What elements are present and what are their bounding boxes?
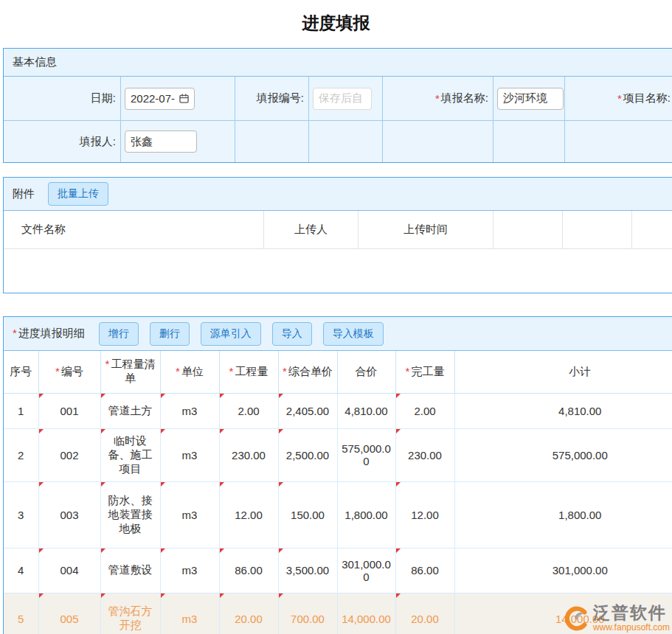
detail-title: 进度填报明细 [13,327,85,341]
report-no-input[interactable]: 保存后自 [313,88,372,110]
basic-info-section: 基本信息 日期: 2022-07- 填报编号: 保存后自 填报名称: 沙河环境 [3,48,672,163]
calendar-icon[interactable] [179,94,189,103]
empty-cell [383,121,493,162]
code-cell[interactable]: 004 [38,548,100,593]
seq-cell: 3 [4,481,38,548]
item-cell[interactable]: 管道土方 [100,393,160,428]
detail-row-2: 2 002 临时设备、施工项目 m3 230.00 2,500.00 575,0… [4,428,672,481]
total-cell: 4,810.00 [337,393,395,428]
progress-report-page: 进度填报 基本信息 日期: 2022-07- 填报编号: 保存后自 填报名称: [0,0,672,634]
col-unit-price: 综合单价 [278,351,337,393]
report-name-cell: 沙河环境 [493,77,565,121]
col-empty-1 [493,211,563,248]
col-total: 合价 [337,351,395,393]
col-file-name: 文件名称 [4,211,264,248]
seq-cell: 2 [4,428,38,481]
unit-cell[interactable]: m3 [160,393,219,428]
delete-row-button[interactable]: 删行 [150,322,190,346]
report-name-input[interactable]: 沙河环境 [497,88,564,110]
total-cell: 301,000.00 [337,548,395,593]
unit-cell[interactable]: m3 [160,548,219,593]
basic-info-header: 基本信息 [4,49,672,77]
subtotal-cell: 4,810.00 [454,393,672,428]
batch-upload-button[interactable]: 批量上传 [48,182,108,206]
filler-cell: 张鑫 [121,121,235,162]
detail-table-header-row: 序号 编号 工程量清单 单位 工程量 综合单价 合价 完工量 小计 [4,351,672,393]
completed-cell[interactable]: 2.00 [395,393,454,428]
watermark-url: www.fanpusoft.com [593,623,670,633]
quantity-cell[interactable]: 86.00 [219,548,278,593]
date-input[interactable]: 2022-07- [125,88,195,110]
unit-price-cell[interactable]: 3,500.00 [278,548,337,593]
watermark-text: 泛普软件 www.fanpusoft.com [593,604,670,633]
page-title: 进度填报 [0,0,672,48]
quantity-cell[interactable]: 12.00 [219,481,278,548]
quantity-cell[interactable]: 2.00 [219,393,278,428]
item-cell[interactable]: 防水、接地装置接地极 [100,481,160,548]
col-item: 工程量清单 [100,351,160,393]
empty-cell [235,121,309,162]
col-unit: 单位 [160,351,219,393]
completed-cell[interactable]: 12.00 [395,481,454,548]
detail-header: 进度填报明细 增行 删行 源单引入 导入 导入模板 [4,317,672,351]
detail-row-3: 3 003 防水、接地装置接地极 m3 12.00 150.00 1,800.0… [4,481,672,548]
unit-price-cell[interactable]: 2,405.00 [278,393,337,428]
completed-cell[interactable]: 20.00 [395,593,454,634]
unit-price-cell[interactable]: 150.00 [278,481,337,548]
detail-section: 进度填报明细 增行 删行 源单引入 导入 导入模板 序号 编号 工程量清单 单位… [3,316,672,634]
col-seq: 序号 [4,351,38,393]
item-cell[interactable]: 管沟石方开挖 [100,593,160,634]
filler-label: 填报人: [4,121,121,162]
item-cell[interactable]: 临时设备、施工项目 [100,428,160,481]
watermark-brand: 泛普软件 [593,604,670,621]
attachments-section: 附件 批量上传 文件名称 上传人 上传时间 [3,177,672,293]
unit-cell[interactable]: m3 [160,481,219,548]
subtotal-cell: 575,000.00 [454,428,672,481]
unit-price-cell[interactable]: 700.00 [278,593,337,634]
project-name-label: 项目名称: [565,77,672,121]
report-name-label: 填报名称: [383,77,493,121]
col-completed: 完工量 [395,351,454,393]
source-import-button[interactable]: 源单引入 [201,322,261,346]
seq-cell: 1 [4,393,38,428]
import-button[interactable]: 导入 [272,322,312,346]
quantity-cell[interactable]: 20.00 [219,593,278,634]
report-no-label: 填报编号: [235,77,309,121]
col-code: 编号 [38,351,100,393]
detail-table: 序号 编号 工程量清单 单位 工程量 综合单价 合价 完工量 小计 1 001 … [4,351,672,634]
unit-cell[interactable]: m3 [160,428,219,481]
import-template-button[interactable]: 导入模板 [323,322,384,346]
unit-cell[interactable]: m3 [160,593,219,634]
item-cell[interactable]: 管道敷设 [100,548,160,593]
col-subtotal: 小计 [454,351,672,393]
total-cell: 1,800.00 [337,481,395,548]
subtotal-cell: 301,000.00 [454,548,672,593]
attachments-table-header: 文件名称 上传人 上传时间 [4,211,672,249]
code-cell[interactable]: 001 [38,393,100,428]
unit-price-cell[interactable]: 2,500.00 [278,428,337,481]
empty-cell [565,121,672,162]
basic-info-grid: 日期: 2022-07- 填报编号: 保存后自 填报名称: 沙河环境 项目名称:… [4,77,672,162]
col-empty-3 [632,211,672,248]
code-cell[interactable]: 003 [38,481,100,548]
code-cell[interactable]: 005 [38,593,100,634]
date-label: 日期: [4,77,121,121]
quantity-cell[interactable]: 230.00 [219,428,278,481]
total-cell: 575,000.00 [337,428,395,481]
seq-cell: 5 [4,593,38,634]
completed-cell[interactable]: 86.00 [395,548,454,593]
empty-cell [309,121,383,162]
col-upload-time: 上传时间 [358,211,493,248]
subtotal-cell: 1,800.00 [454,481,672,548]
col-uploader: 上传人 [264,211,358,248]
col-quantity: 工程量 [219,351,278,393]
filler-input[interactable]: 张鑫 [125,130,197,153]
date-value: 2022-07- [131,92,175,105]
seq-cell: 4 [4,548,38,593]
watermark: 泛普软件 www.fanpusoft.com [562,604,670,633]
add-row-button[interactable]: 增行 [99,322,139,346]
code-cell[interactable]: 002 [38,428,100,481]
total-cell: 14,000.00 [337,593,395,634]
completed-cell[interactable]: 230.00 [395,428,454,481]
attachments-empty-body [4,249,672,293]
